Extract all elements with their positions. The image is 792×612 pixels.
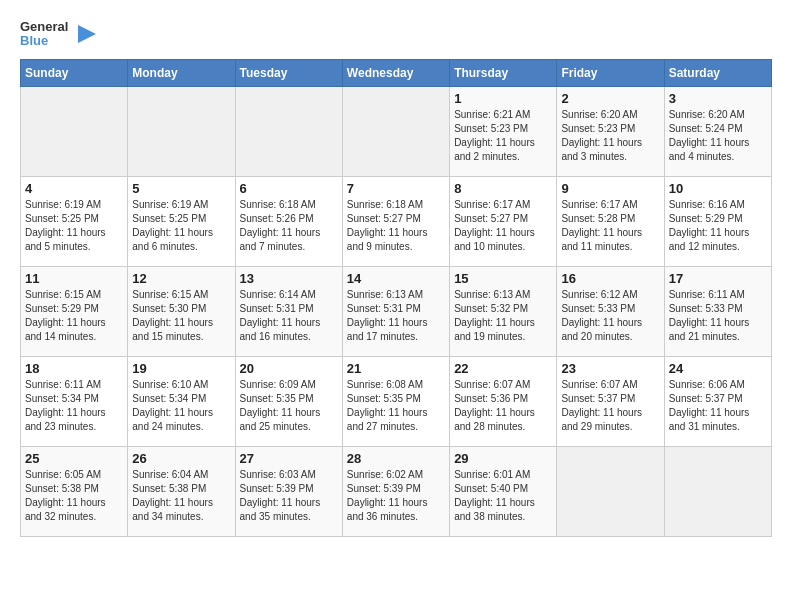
day-info: Sunrise: 6:02 AM Sunset: 5:39 PM Dayligh… bbox=[347, 468, 445, 524]
calendar-cell bbox=[557, 446, 664, 536]
day-info: Sunrise: 6:19 AM Sunset: 5:25 PM Dayligh… bbox=[25, 198, 123, 254]
day-info: Sunrise: 6:15 AM Sunset: 5:29 PM Dayligh… bbox=[25, 288, 123, 344]
day-info: Sunrise: 6:08 AM Sunset: 5:35 PM Dayligh… bbox=[347, 378, 445, 434]
day-info: Sunrise: 6:03 AM Sunset: 5:39 PM Dayligh… bbox=[240, 468, 338, 524]
day-info: Sunrise: 6:16 AM Sunset: 5:29 PM Dayligh… bbox=[669, 198, 767, 254]
day-info: Sunrise: 6:15 AM Sunset: 5:30 PM Dayligh… bbox=[132, 288, 230, 344]
calendar-cell: 28Sunrise: 6:02 AM Sunset: 5:39 PM Dayli… bbox=[342, 446, 449, 536]
calendar-cell: 2Sunrise: 6:20 AM Sunset: 5:23 PM Daylig… bbox=[557, 86, 664, 176]
day-number: 4 bbox=[25, 181, 123, 196]
day-info: Sunrise: 6:20 AM Sunset: 5:24 PM Dayligh… bbox=[669, 108, 767, 164]
calendar-cell: 16Sunrise: 6:12 AM Sunset: 5:33 PM Dayli… bbox=[557, 266, 664, 356]
day-info: Sunrise: 6:19 AM Sunset: 5:25 PM Dayligh… bbox=[132, 198, 230, 254]
calendar-cell: 14Sunrise: 6:13 AM Sunset: 5:31 PM Dayli… bbox=[342, 266, 449, 356]
page-header: General Blue bbox=[20, 20, 772, 49]
day-number: 20 bbox=[240, 361, 338, 376]
calendar-cell: 7Sunrise: 6:18 AM Sunset: 5:27 PM Daylig… bbox=[342, 176, 449, 266]
day-info: Sunrise: 6:11 AM Sunset: 5:33 PM Dayligh… bbox=[669, 288, 767, 344]
logo: General Blue bbox=[20, 20, 98, 49]
day-info: Sunrise: 6:04 AM Sunset: 5:38 PM Dayligh… bbox=[132, 468, 230, 524]
week-row-5: 25Sunrise: 6:05 AM Sunset: 5:38 PM Dayli… bbox=[21, 446, 772, 536]
day-number: 12 bbox=[132, 271, 230, 286]
day-number: 10 bbox=[669, 181, 767, 196]
day-number: 3 bbox=[669, 91, 767, 106]
day-number: 14 bbox=[347, 271, 445, 286]
calendar-cell: 26Sunrise: 6:04 AM Sunset: 5:38 PM Dayli… bbox=[128, 446, 235, 536]
header-sunday: Sunday bbox=[21, 59, 128, 86]
calendar-cell: 9Sunrise: 6:17 AM Sunset: 5:28 PM Daylig… bbox=[557, 176, 664, 266]
day-number: 11 bbox=[25, 271, 123, 286]
day-info: Sunrise: 6:18 AM Sunset: 5:27 PM Dayligh… bbox=[347, 198, 445, 254]
week-row-2: 4Sunrise: 6:19 AM Sunset: 5:25 PM Daylig… bbox=[21, 176, 772, 266]
day-number: 18 bbox=[25, 361, 123, 376]
calendar-cell: 22Sunrise: 6:07 AM Sunset: 5:36 PM Dayli… bbox=[450, 356, 557, 446]
day-info: Sunrise: 6:14 AM Sunset: 5:31 PM Dayligh… bbox=[240, 288, 338, 344]
calendar-cell: 1Sunrise: 6:21 AM Sunset: 5:23 PM Daylig… bbox=[450, 86, 557, 176]
logo-general: General bbox=[20, 20, 68, 34]
calendar-cell: 20Sunrise: 6:09 AM Sunset: 5:35 PM Dayli… bbox=[235, 356, 342, 446]
calendar-cell: 25Sunrise: 6:05 AM Sunset: 5:38 PM Dayli… bbox=[21, 446, 128, 536]
calendar-cell bbox=[664, 446, 771, 536]
day-info: Sunrise: 6:05 AM Sunset: 5:38 PM Dayligh… bbox=[25, 468, 123, 524]
svg-marker-0 bbox=[78, 25, 96, 43]
calendar-cell: 3Sunrise: 6:20 AM Sunset: 5:24 PM Daylig… bbox=[664, 86, 771, 176]
calendar-cell: 17Sunrise: 6:11 AM Sunset: 5:33 PM Dayli… bbox=[664, 266, 771, 356]
day-number: 27 bbox=[240, 451, 338, 466]
day-info: Sunrise: 6:17 AM Sunset: 5:27 PM Dayligh… bbox=[454, 198, 552, 254]
header-monday: Monday bbox=[128, 59, 235, 86]
calendar-cell: 10Sunrise: 6:16 AM Sunset: 5:29 PM Dayli… bbox=[664, 176, 771, 266]
day-number: 8 bbox=[454, 181, 552, 196]
day-number: 29 bbox=[454, 451, 552, 466]
calendar-cell: 12Sunrise: 6:15 AM Sunset: 5:30 PM Dayli… bbox=[128, 266, 235, 356]
calendar-cell: 8Sunrise: 6:17 AM Sunset: 5:27 PM Daylig… bbox=[450, 176, 557, 266]
calendar-cell: 23Sunrise: 6:07 AM Sunset: 5:37 PM Dayli… bbox=[557, 356, 664, 446]
day-info: Sunrise: 6:07 AM Sunset: 5:36 PM Dayligh… bbox=[454, 378, 552, 434]
day-number: 13 bbox=[240, 271, 338, 286]
header-tuesday: Tuesday bbox=[235, 59, 342, 86]
day-number: 2 bbox=[561, 91, 659, 106]
calendar-cell bbox=[342, 86, 449, 176]
logo-blue: Blue bbox=[20, 34, 68, 48]
day-number: 7 bbox=[347, 181, 445, 196]
day-info: Sunrise: 6:11 AM Sunset: 5:34 PM Dayligh… bbox=[25, 378, 123, 434]
day-info: Sunrise: 6:01 AM Sunset: 5:40 PM Dayligh… bbox=[454, 468, 552, 524]
day-number: 21 bbox=[347, 361, 445, 376]
day-number: 24 bbox=[669, 361, 767, 376]
day-info: Sunrise: 6:21 AM Sunset: 5:23 PM Dayligh… bbox=[454, 108, 552, 164]
calendar-cell: 18Sunrise: 6:11 AM Sunset: 5:34 PM Dayli… bbox=[21, 356, 128, 446]
day-number: 26 bbox=[132, 451, 230, 466]
logo-arrow-icon bbox=[76, 23, 98, 45]
calendar-cell: 24Sunrise: 6:06 AM Sunset: 5:37 PM Dayli… bbox=[664, 356, 771, 446]
week-row-4: 18Sunrise: 6:11 AM Sunset: 5:34 PM Dayli… bbox=[21, 356, 772, 446]
calendar-cell bbox=[21, 86, 128, 176]
day-info: Sunrise: 6:13 AM Sunset: 5:31 PM Dayligh… bbox=[347, 288, 445, 344]
day-info: Sunrise: 6:13 AM Sunset: 5:32 PM Dayligh… bbox=[454, 288, 552, 344]
header-saturday: Saturday bbox=[664, 59, 771, 86]
calendar-cell: 27Sunrise: 6:03 AM Sunset: 5:39 PM Dayli… bbox=[235, 446, 342, 536]
calendar-table: SundayMondayTuesdayWednesdayThursdayFrid… bbox=[20, 59, 772, 537]
calendar-cell bbox=[128, 86, 235, 176]
day-number: 25 bbox=[25, 451, 123, 466]
header-friday: Friday bbox=[557, 59, 664, 86]
calendar-cell: 4Sunrise: 6:19 AM Sunset: 5:25 PM Daylig… bbox=[21, 176, 128, 266]
day-number: 15 bbox=[454, 271, 552, 286]
day-info: Sunrise: 6:17 AM Sunset: 5:28 PM Dayligh… bbox=[561, 198, 659, 254]
calendar-cell bbox=[235, 86, 342, 176]
day-info: Sunrise: 6:06 AM Sunset: 5:37 PM Dayligh… bbox=[669, 378, 767, 434]
day-info: Sunrise: 6:18 AM Sunset: 5:26 PM Dayligh… bbox=[240, 198, 338, 254]
calendar-cell: 21Sunrise: 6:08 AM Sunset: 5:35 PM Dayli… bbox=[342, 356, 449, 446]
calendar-cell: 19Sunrise: 6:10 AM Sunset: 5:34 PM Dayli… bbox=[128, 356, 235, 446]
day-number: 22 bbox=[454, 361, 552, 376]
calendar-cell: 6Sunrise: 6:18 AM Sunset: 5:26 PM Daylig… bbox=[235, 176, 342, 266]
calendar-cell: 13Sunrise: 6:14 AM Sunset: 5:31 PM Dayli… bbox=[235, 266, 342, 356]
calendar-cell: 15Sunrise: 6:13 AM Sunset: 5:32 PM Dayli… bbox=[450, 266, 557, 356]
calendar-cell: 11Sunrise: 6:15 AM Sunset: 5:29 PM Dayli… bbox=[21, 266, 128, 356]
header-wednesday: Wednesday bbox=[342, 59, 449, 86]
day-number: 5 bbox=[132, 181, 230, 196]
day-number: 9 bbox=[561, 181, 659, 196]
day-number: 6 bbox=[240, 181, 338, 196]
day-info: Sunrise: 6:07 AM Sunset: 5:37 PM Dayligh… bbox=[561, 378, 659, 434]
day-number: 28 bbox=[347, 451, 445, 466]
week-row-1: 1Sunrise: 6:21 AM Sunset: 5:23 PM Daylig… bbox=[21, 86, 772, 176]
calendar-header-row: SundayMondayTuesdayWednesdayThursdayFrid… bbox=[21, 59, 772, 86]
